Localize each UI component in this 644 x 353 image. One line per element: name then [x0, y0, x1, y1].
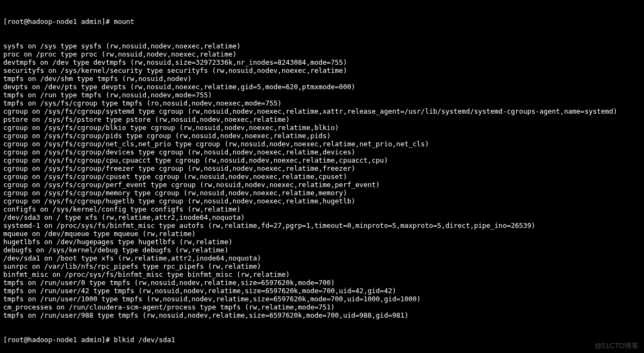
- mount-output-line: cgroup on /sys/fs/cgroup/net_cls,net_pri…: [3, 140, 641, 148]
- mount-output-line: sunrpc on /var/lib/nfs/rpc_pipefs type r…: [3, 262, 641, 270]
- command-blkid-sda1: blkid /dev/sda1: [114, 336, 175, 344]
- mount-output-line: tmpfs on /dev/shm type tmpfs (rw,nosuid,…: [3, 75, 641, 83]
- mount-output-line: cgroup on /sys/fs/cgroup/perf_event type…: [3, 181, 641, 189]
- mount-output-line: cgroup on /sys/fs/cgroup/blkio type cgro…: [3, 123, 641, 132]
- mount-output-line: cgroup on /sys/fs/cgroup/devices type cg…: [3, 148, 641, 156]
- mount-output-line: configfs on /sys/kernel/config type conf…: [3, 205, 641, 213]
- mount-output-line: pstore on /sys/fs/pstore type pstore (rw…: [3, 115, 641, 123]
- mount-output-line: tmpfs on /sys/fs/cgroup type tmpfs (ro,n…: [3, 99, 641, 107]
- terminal[interactable]: [root@hadoop-node1 admin]# mount sysfs o…: [0, 0, 644, 353]
- mount-output-line: cgroup on /sys/fs/cgroup/systemd type cg…: [3, 107, 641, 115]
- prompt-line: [root@hadoop-node1 admin]# blkid /dev/sd…: [3, 336, 641, 344]
- mount-output-line: proc on /proc type proc (rw,nosuid,nodev…: [3, 50, 641, 58]
- mount-output-line: mqueue on /dev/mqueue type mqueue (rw,re…: [3, 230, 641, 238]
- mount-output-line: securityfs on /sys/kernel/security type …: [3, 66, 641, 75]
- mount-output-line: cgroup on /sys/fs/cgroup/cpu,cpuacct typ…: [3, 156, 641, 164]
- mount-output-line: debugfs on /sys/kernel/debug type debugf…: [3, 246, 641, 254]
- prompt-line: [root@hadoop-node1 admin]# mount: [3, 17, 641, 26]
- mount-output-line: tmpfs on /run/user/988 type tmpfs (rw,no…: [3, 311, 641, 319]
- mount-output-line: cm_processes on /run/cloudera-scm-agent/…: [3, 303, 641, 311]
- mount-output-line: hugetlbfs on /dev/hugepages type hugetlb…: [3, 238, 641, 246]
- mount-output-line: systemd-1 on /proc/sys/fs/binfmt_misc ty…: [3, 221, 641, 230]
- mount-output-line: tmpfs on /run type tmpfs (rw,nosuid,node…: [3, 91, 641, 99]
- mount-output-line: tmpfs on /run/user/42 type tmpfs (rw,nos…: [3, 287, 641, 295]
- shell-prompt: [root@hadoop-node1 admin]#: [3, 17, 114, 26]
- mount-output-line: cgroup on /sys/fs/cgroup/cpuset type cgr…: [3, 172, 641, 181]
- mount-output-line: devpts on /dev/pts type devpts (rw,nosui…: [3, 83, 641, 91]
- mount-output: sysfs on /sys type sysfs (rw,nosuid,node…: [3, 42, 641, 319]
- shell-prompt: [root@hadoop-node1 admin]#: [3, 336, 114, 344]
- mount-output-line: tmpfs on /run/user/1000 type tmpfs (rw,n…: [3, 295, 641, 303]
- mount-output-line: cgroup on /sys/fs/cgroup/freezer type cg…: [3, 164, 641, 172]
- mount-output-line: /dev/sda3 on / type xfs (rw,relatime,att…: [3, 213, 641, 221]
- mount-output-line: cgroup on /sys/fs/cgroup/pids type cgrou…: [3, 132, 641, 140]
- mount-output-line: devtmpfs on /dev type devtmpfs (rw,nosui…: [3, 58, 641, 66]
- watermark-text: @51CTO博客: [595, 342, 639, 350]
- mount-output-line: cgroup on /sys/fs/cgroup/memory type cgr…: [3, 189, 641, 197]
- mount-output-line: cgroup on /sys/fs/cgroup/hugetlb type cg…: [3, 197, 641, 205]
- mount-output-line: binfmt_misc on /proc/sys/fs/binfmt_misc …: [3, 270, 641, 278]
- mount-output-line: sysfs on /sys type sysfs (rw,nosuid,node…: [3, 42, 641, 50]
- mount-output-line: /dev/sda1 on /boot type xfs (rw,relatime…: [3, 254, 641, 262]
- command-mount: mount: [114, 17, 134, 26]
- mount-output-line: tmpfs on /run/user/0 type tmpfs (rw,nosu…: [3, 278, 641, 287]
